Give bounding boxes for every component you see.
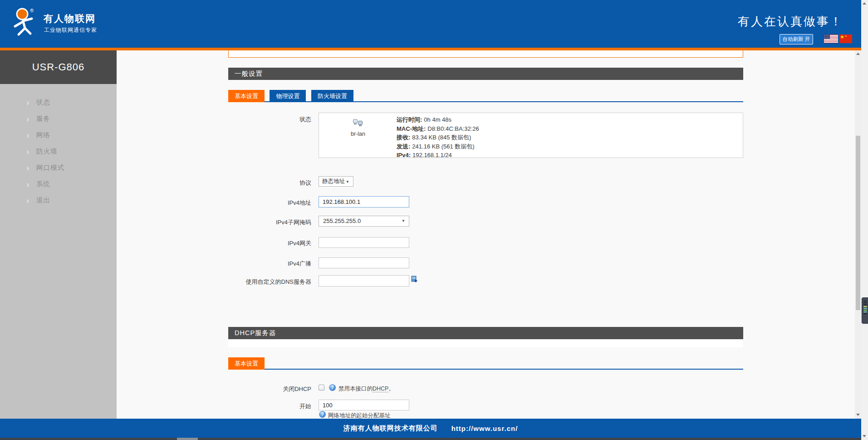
- dhcp-start-input[interactable]: [319, 400, 409, 410]
- ipv4-gateway-input[interactable]: [319, 237, 409, 248]
- sidebar-nav: ›状态 ›服务 ›网络 ›防火墙 ›网口模式 ›系统 ›退出: [0, 84, 117, 419]
- sidebar-item-label: 防火墙: [36, 147, 58, 156]
- header-slogan: 有人在认真做事！: [738, 14, 843, 30]
- add-dns-entry-icon[interactable]: [411, 276, 417, 283]
- footer-company: 济南有人物联网技术有限公司: [343, 424, 438, 433]
- footer-url-link[interactable]: http://www.usr.cn/: [451, 425, 518, 432]
- ipv4-address-label: IPv4地址: [198, 199, 311, 207]
- sidebar-item-label: 网口模式: [36, 163, 64, 172]
- sidebar-item-label: 状态: [36, 98, 50, 107]
- general-settings-section-bar: 一般设置: [228, 68, 743, 80]
- interface-name: br-lan: [337, 131, 379, 137]
- sidebar-item-label: 网络: [36, 131, 50, 139]
- usr-logo-icon: [9, 7, 38, 39]
- chevron-right-icon: ›: [26, 98, 36, 107]
- tab-physical-settings[interactable]: 物理设置: [270, 90, 306, 102]
- dhcp-tabs: 基本设置: [228, 357, 743, 370]
- scroll-down-icon[interactable]: [863, 435, 866, 437]
- ipv4-gateway-label: IPv4网关: [198, 239, 311, 247]
- dhcp-start-label: 开始: [198, 402, 311, 410]
- chinese-language-flag-icon[interactable]: ★ ★: [839, 35, 852, 43]
- interface-cell: br-lan: [337, 119, 379, 137]
- stat-rx: 接收:83.34 KB (845 数据包): [397, 133, 479, 142]
- scroll-up-icon[interactable]: [863, 2, 866, 5]
- protocol-label: 协议: [198, 179, 311, 187]
- disable-dhcp-hint: 禁用本接口的DHCP。: [338, 385, 394, 393]
- dropdown-arrow-icon: ▼: [346, 177, 349, 186]
- sidebar-item-label: 服务: [36, 114, 50, 123]
- top-header: ® 有人物联网 工业物联网通信专家 有人在认真做事！ 自动刷新 开 ★ ★: [0, 0, 861, 48]
- content-scrollbar-thumb[interactable]: [856, 136, 860, 310]
- disable-dhcp-checkbox[interactable]: [319, 385, 324, 391]
- device-name: USR-G806: [0, 50, 117, 84]
- ipv4-broadcast-label: IPv4广播: [198, 260, 311, 268]
- dhcp-section-spacer: [228, 339, 743, 347]
- registered-mark: ®: [30, 8, 34, 13]
- ipv4-netmask-label: IPv4子网掩码: [198, 218, 311, 227]
- stat-tx: 发送:241.16 KB (561 数据包): [397, 142, 479, 151]
- chevron-right-icon: ›: [26, 196, 36, 205]
- status-label: 状态: [198, 115, 311, 124]
- interface-stats: 运行时间:0h 4m 48s MAC-地址:D8:B0:4C:BA:32:26 …: [397, 115, 479, 160]
- dhcp-glossary-link[interactable]: DHCP: [373, 386, 388, 392]
- ipv4-netmask-select[interactable]: 255.255.255.0 ▼: [319, 216, 409, 227]
- content-vertical-scrollbar[interactable]: [855, 50, 861, 419]
- router-config-page: ® 有人物联网 工业物联网通信专家 有人在认真做事！ 自动刷新 开 ★ ★ US…: [0, 0, 868, 440]
- cn-flag-star-small: ★: [845, 35, 847, 37]
- ethernet-interface-icon: [353, 119, 363, 127]
- stat-ipv4: IPv4:192.168.1.1/24: [397, 151, 479, 160]
- chevron-right-icon: ›: [26, 114, 36, 123]
- sidebar-item-label: 系统: [36, 180, 50, 188]
- tab-basic-settings[interactable]: 基本设置: [228, 90, 265, 102]
- protocol-select[interactable]: 静态地址 ▼: [319, 176, 353, 187]
- sidebar-item-system[interactable]: ›系统: [0, 176, 117, 192]
- tab-firewall-settings[interactable]: 防火墙设置: [311, 90, 353, 102]
- window-vertical-scrollbar[interactable]: [861, 0, 868, 440]
- custom-dns-input[interactable]: [319, 275, 409, 287]
- page-footer: 济南有人物联网技术有限公司 http://www.usr.cn/: [0, 419, 861, 438]
- auto-refresh-toggle-button[interactable]: 自动刷新 开: [780, 34, 813, 44]
- scroll-down-icon[interactable]: [856, 414, 860, 416]
- sidebar-item-label: 退出: [36, 196, 50, 205]
- help-icon: ?: [319, 411, 326, 418]
- ipv4-broadcast-input[interactable]: [319, 257, 409, 268]
- stat-mac: MAC-地址:D8:B0:4C:BA:32:26: [397, 124, 479, 133]
- chevron-right-icon: ›: [26, 131, 36, 139]
- interface-status-box: br-lan 运行时间:0h 4m 48s MAC-地址:D8:B0:4C:BA…: [319, 113, 743, 158]
- ipv4-address-input[interactable]: [319, 196, 409, 208]
- horizontal-scrollbar[interactable]: [0, 438, 861, 440]
- us-flag-canton: [824, 35, 830, 39]
- brand-title: 有人物联网: [44, 12, 96, 25]
- general-settings-tabs: 基本设置 物理设置 防火墙设置: [228, 90, 743, 102]
- sidebar-item-logout[interactable]: ›退出: [0, 192, 117, 208]
- cn-flag-star: ★: [840, 35, 844, 40]
- chevron-right-icon: ›: [26, 147, 36, 156]
- sidebar-item-port-mode[interactable]: ›网口模式: [0, 159, 117, 176]
- scroll-up-icon[interactable]: [856, 53, 860, 55]
- help-icon: ?: [329, 384, 336, 391]
- custom-dns-label: 使用自定义的DNS服务器: [198, 278, 311, 286]
- scrolled-panel-bottom: [228, 50, 743, 58]
- sidebar-item-firewall[interactable]: ›防火墙: [0, 143, 117, 159]
- protocol-selected-value: 静态地址: [322, 178, 345, 184]
- chevron-right-icon: ›: [26, 180, 36, 188]
- tab-dhcp-basic-settings[interactable]: 基本设置: [228, 357, 265, 370]
- sidebar-item-network[interactable]: ›网络: [0, 127, 117, 143]
- stat-uptime: 运行时间:0h 4m 48s: [397, 115, 479, 124]
- floating-side-widget[interactable]: [862, 297, 868, 324]
- dropdown-arrow-icon: ▼: [402, 216, 405, 226]
- horizontal-scrollbar-thumb[interactable]: [177, 438, 198, 440]
- ipv4-netmask-selected-value: 255.255.255.0: [323, 218, 361, 224]
- dhcp-server-section-bar: DHCP服务器: [228, 327, 743, 339]
- sidebar-item-services[interactable]: ›服务: [0, 110, 117, 127]
- disable-dhcp-label: 关闭DHCP: [198, 385, 311, 393]
- sidebar-item-status[interactable]: ›状态: [0, 94, 117, 110]
- english-language-flag-icon[interactable]: [824, 35, 838, 43]
- chevron-right-icon: ›: [26, 163, 36, 172]
- brand-subtitle: 工业物联网通信专家: [44, 26, 97, 34]
